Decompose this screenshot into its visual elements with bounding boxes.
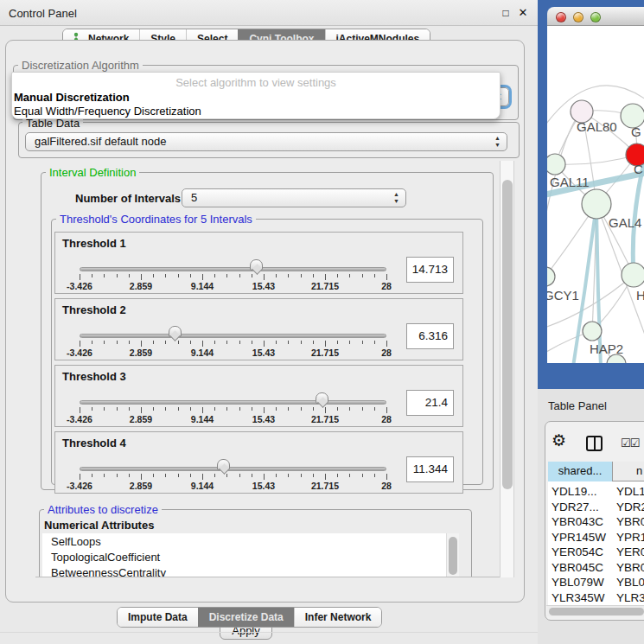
attributes-list-scrollbar[interactable] [446,533,459,577]
major-tick [141,274,142,280]
slider-thumb[interactable] [250,259,263,271]
scrollbar-thumb[interactable] [449,537,457,575]
network-node-hap2[interactable] [583,322,602,341]
list-item[interactable]: SelfLoops [42,533,446,549]
columns-icon[interactable] [586,436,603,451]
scrollbar-thumb[interactable] [549,608,644,615]
threshold-label: Threshold 2 [62,303,126,316]
settings-scrollbar[interactable] [500,161,514,577]
slider-track[interactable] [80,400,386,405]
table-row[interactable]: YDL19...YDL1 [548,484,644,500]
minor-tick [276,341,277,344]
table-row[interactable]: YDR27...YDR2 [548,500,644,515]
tick-label: 21.715 [303,281,347,291]
threshold-value-field[interactable]: 6.316 [406,323,454,349]
slider-thumb[interactable] [217,459,230,470]
network-node-h[interactable] [622,263,644,287]
numerical-attributes-label: Numerical Attributes [44,519,154,532]
minor-tick [337,341,338,344]
tick-label: 15.43 [242,281,285,291]
cell-name: YBR0 [616,560,644,575]
minimize-traffic-light-icon[interactable] [573,12,583,22]
tab-discretize-data[interactable]: Discretize Data [198,608,294,627]
threshold-value-field[interactable]: 21.4 [406,390,454,416]
minor-tick [117,474,118,477]
zoom-traffic-light-icon[interactable] [590,12,601,22]
float-window-icon[interactable]: □ [499,6,513,20]
network-window-titlebar[interactable] [547,7,644,26]
table-panel-title: Table Panel [548,399,607,412]
slider-track[interactable] [80,334,386,338]
network-canvas[interactable]: GAL80GCGAL11GAL4GCY1HHAP2 [547,26,644,363]
major-tick [202,407,203,413]
node-label: GAL80 [577,119,617,134]
major-tick [141,474,142,480]
dropdown-item[interactable]: Equal Width/Frequency Discretization [14,105,201,118]
threshold-value-field[interactable]: 11.344 [406,456,454,482]
network-edge[interactable] [555,155,637,164]
threshold-value-field[interactable]: 14.713 [406,257,454,283]
minor-tick [178,341,179,344]
gear-icon[interactable]: ⚙ [552,430,566,450]
major-tick [202,474,203,480]
dropdown-item[interactable]: Manual Discretization [14,91,130,104]
slider-track[interactable] [80,467,386,471]
minor-tick [117,407,118,411]
minor-tick [288,474,289,477]
num-intervals-combobox[interactable]: 5 ▲▼ [182,188,406,207]
tab-infer-network[interactable]: Infer Network [294,608,382,627]
table-row[interactable]: YER054CYER0 [548,545,644,560]
list-item[interactable]: BetweennessCentrality [42,564,446,577]
slider-thumb[interactable] [316,392,328,404]
tick-label: 2.859 [119,414,163,424]
table-panel-toolbar: ⚙ ☑☑ [545,422,644,460]
num-intervals-label: Number of Intervals [75,192,181,205]
close-traffic-light-icon[interactable] [556,12,566,22]
table-row[interactable]: YBL079WYBL0 [548,575,644,590]
table-row[interactable]: YBR043CYBR0 [548,514,644,530]
minor-tick [252,407,252,411]
minor-tick [276,407,277,411]
major-tick [80,274,80,280]
minor-tick [178,274,179,277]
cyni-toolbox-pane: Discretization Algorithm ▲▼ Select algor… [5,40,525,603]
node-label: HAP2 [590,341,623,356]
minor-tick [190,474,191,477]
minor-tick [252,274,252,277]
network-node-gal11[interactable] [547,154,565,175]
table-row[interactable]: YPR145WYPR1 [548,530,644,545]
slider-thumb[interactable] [169,326,182,337]
threshold-row: Threshold 1-3.4262.8599.14415.4321.71528… [54,232,463,294]
tab-impute-data[interactable]: Impute Data [118,608,198,627]
minor-tick [129,474,130,477]
network-node-gcy1[interactable] [547,267,555,286]
close-icon[interactable]: ✕ [516,6,530,20]
cell-shared-name: YDR27... [552,500,599,514]
network-node-gal4[interactable] [582,189,611,219]
settings-viewport: Interval Definition Number of Intervals … [35,161,500,577]
minor-tick [276,274,277,277]
thresholds-group-title: Threshold's Coordinates for 5 Intervals [56,213,256,226]
table-hscrollbar[interactable] [546,605,644,616]
checkboxes-icon[interactable]: ☑☑ [621,437,639,450]
major-tick [325,407,326,413]
tab-label: Impute Data [128,611,188,623]
numerical-attributes-list[interactable]: SelfLoopsTopologicalCoefficientBetweenne… [42,533,446,577]
list-item[interactable]: TopologicalCoefficient [42,549,446,564]
column-header-shared-name[interactable]: shared... [548,462,613,481]
minor-tick [214,407,215,411]
minor-tick [301,341,302,344]
table-row[interactable]: YLR345WYLR3 [548,590,644,606]
minor-tick [374,407,375,411]
minor-tick [226,407,227,411]
scrollbar-thumb[interactable] [502,180,513,489]
column-header-name[interactable]: n [614,462,644,481]
table-data-combobox[interactable]: galFiltered.sif default node ▲▼ [25,132,507,151]
node-attribute-table[interactable]: shared...nYDL19...YDL1YDR27...YDR2YBR043… [548,462,644,605]
minor-tick [374,274,375,277]
slider-track[interactable] [80,267,386,271]
cell-shared-name: YER054C [552,545,603,559]
tick-label: 2.859 [119,348,163,358]
table-panel: Table Panel ⚙ ☑☑ shared...nYDL19...YDL1Y… [538,389,644,644]
table-row[interactable]: YBR045CYBR0 [548,560,644,576]
